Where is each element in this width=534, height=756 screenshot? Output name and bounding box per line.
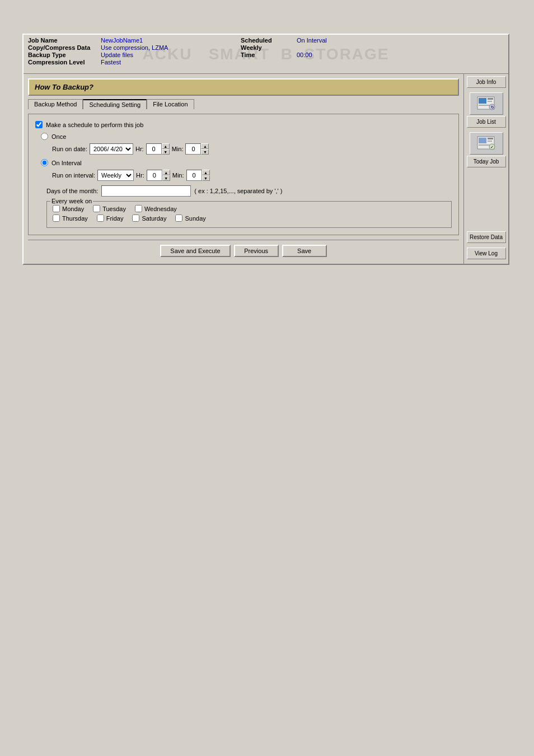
days-of-month-label: Days of the month: bbox=[46, 188, 98, 194]
main-panel: How To Backup? Backup Method Scheduling … bbox=[24, 74, 463, 264]
wednesday-item: Wednesday bbox=[135, 205, 177, 212]
min-label-interval: Min: bbox=[172, 172, 184, 179]
make-schedule-checkbox[interactable] bbox=[35, 121, 43, 128]
hr-up-once[interactable]: ▲ bbox=[162, 143, 170, 149]
svg-rect-3 bbox=[488, 101, 492, 102]
today-job-item: ✓ Today Job bbox=[467, 132, 506, 167]
monday-checkbox[interactable] bbox=[53, 205, 60, 212]
hr-input-interval[interactable] bbox=[147, 170, 162, 181]
saturday-item: Saturday bbox=[132, 214, 166, 222]
job-list-item: ↻ Job List bbox=[467, 92, 506, 128]
job-list-icon: ↻ bbox=[470, 92, 503, 115]
sunday-label: Sunday bbox=[185, 215, 205, 222]
every-week-legend: Every week on bbox=[50, 198, 93, 204]
once-radio[interactable] bbox=[41, 133, 48, 140]
hr-spinner-buttons-once: ▲ ▼ bbox=[162, 143, 170, 155]
tuesday-checkbox[interactable] bbox=[93, 205, 100, 212]
job-list-button[interactable]: Job List bbox=[467, 116, 506, 128]
monday-item: Monday bbox=[53, 205, 84, 212]
copy-compress-label: Copy/Compress Data bbox=[28, 44, 101, 51]
run-on-date-row: Run on date: 2006/ 4/20 Hr: ▲ ▼ bbox=[52, 143, 452, 155]
make-schedule-label: Make a schedule to perform this job bbox=[46, 122, 143, 128]
content-area: How To Backup? Backup Method Scheduling … bbox=[24, 74, 508, 264]
days-of-month-hint: ( ex : 1,2,15,..., separated by ',' ) bbox=[194, 188, 282, 194]
tab-file-location[interactable]: File Location bbox=[147, 99, 194, 109]
hr-label-once: Hr: bbox=[135, 146, 144, 152]
saturday-label: Saturday bbox=[142, 215, 166, 222]
save-and-execute-button[interactable]: Save and Execute bbox=[160, 245, 230, 257]
hr-spinner-once: ▲ ▼ bbox=[146, 143, 170, 155]
saturday-checkbox[interactable] bbox=[132, 214, 139, 222]
previous-button[interactable]: Previous bbox=[234, 245, 279, 257]
min-spinner-once: ▲ ▼ bbox=[185, 143, 209, 155]
job-info-item: Job Info bbox=[467, 76, 506, 88]
today-job-icon: ✓ bbox=[470, 132, 503, 155]
days-of-month-row: Days of the month: ( ex : 1,2,15,..., se… bbox=[46, 185, 452, 197]
scheduled-value: On Interval bbox=[297, 37, 504, 44]
scheduled-label: Scheduled bbox=[241, 37, 297, 44]
once-label: Once bbox=[51, 133, 66, 140]
svg-rect-2 bbox=[488, 98, 493, 100]
min-input-once[interactable] bbox=[185, 143, 201, 155]
backup-type-value: Update files bbox=[101, 52, 241, 58]
min-label-once: Min: bbox=[172, 146, 184, 152]
tab-backup-method[interactable]: Backup Method bbox=[28, 99, 83, 109]
compression-level-label: Compression Level bbox=[28, 59, 101, 66]
hr-up-interval[interactable]: ▲ bbox=[162, 170, 170, 175]
time-value: 00:00 bbox=[297, 52, 504, 58]
info-bar: ACKU SMART B STORAGE Job Name NewJobName… bbox=[24, 35, 508, 74]
run-on-date-select[interactable]: 2006/ 4/20 bbox=[90, 143, 133, 155]
min-input-interval[interactable] bbox=[186, 170, 202, 181]
once-row: Once bbox=[41, 133, 452, 140]
tab-content: Make a schedule to perform this job Once… bbox=[28, 114, 459, 235]
hr-spinner-buttons-interval: ▲ ▼ bbox=[162, 170, 170, 181]
hr-down-interval[interactable]: ▼ bbox=[162, 175, 170, 181]
save-button[interactable]: Save bbox=[282, 245, 327, 257]
friday-label: Friday bbox=[106, 215, 124, 222]
restore-data-button[interactable]: Restore Data bbox=[467, 231, 506, 243]
copy-compress-value: Use compression, LZMA bbox=[101, 44, 241, 51]
min-down-interval[interactable]: ▼ bbox=[202, 175, 210, 181]
view-log-item: View Log bbox=[467, 248, 506, 259]
min-spinner-buttons-once: ▲ ▼ bbox=[201, 143, 209, 155]
schedule-section: Make a schedule to perform this job Once… bbox=[33, 119, 454, 230]
svg-rect-9 bbox=[488, 138, 493, 139]
tab-scheduling-setting[interactable]: Scheduling Setting bbox=[83, 99, 147, 109]
hr-input-once[interactable] bbox=[146, 143, 162, 155]
svg-rect-1 bbox=[479, 98, 486, 104]
job-name-value: NewJobName1 bbox=[101, 37, 241, 44]
on-interval-radio[interactable] bbox=[41, 159, 48, 166]
restore-data-item: Restore Data bbox=[467, 231, 506, 243]
friday-checkbox[interactable] bbox=[97, 214, 104, 222]
min-spinner-interval: ▲ ▼ bbox=[186, 170, 210, 181]
hr-down-once[interactable]: ▼ bbox=[162, 149, 170, 155]
wednesday-checkbox[interactable] bbox=[135, 205, 142, 212]
tab-bar: Backup Method Scheduling Setting File Lo… bbox=[28, 99, 459, 109]
side-panel: Job Info ↻ Job List bbox=[463, 74, 508, 264]
today-job-button[interactable]: Today Job bbox=[467, 156, 506, 167]
run-on-interval-label: Run on interval: bbox=[52, 172, 95, 179]
thursday-checkbox[interactable] bbox=[53, 214, 60, 222]
how-to-backup-header: How To Backup? bbox=[28, 78, 459, 96]
friday-item: Friday bbox=[97, 214, 124, 222]
thursday-label: Thursday bbox=[62, 215, 88, 222]
run-on-interval-row: Run on interval: Daily Weekly Monthly Hr… bbox=[52, 170, 452, 181]
button-bar: Save and Execute Previous Save bbox=[28, 240, 459, 259]
tuesday-label: Tuesday bbox=[102, 206, 126, 212]
svg-text:↻: ↻ bbox=[491, 105, 494, 109]
svg-text:✓: ✓ bbox=[490, 145, 494, 149]
sunday-checkbox[interactable] bbox=[175, 214, 182, 222]
weekly-label: Weekly bbox=[241, 44, 297, 51]
wednesday-label: Wednesday bbox=[144, 206, 177, 212]
job-info-button[interactable]: Job Info bbox=[467, 76, 506, 88]
hr-label-interval: Hr: bbox=[136, 172, 144, 179]
min-up-interval[interactable]: ▲ bbox=[202, 170, 210, 175]
min-spinner-buttons-interval: ▲ ▼ bbox=[202, 170, 210, 181]
interval-select[interactable]: Daily Weekly Monthly bbox=[97, 170, 134, 181]
min-down-once[interactable]: ▼ bbox=[201, 149, 209, 155]
view-log-button[interactable]: View Log bbox=[467, 248, 506, 259]
on-interval-label: On Interval bbox=[51, 160, 82, 166]
time-label: Time bbox=[241, 52, 297, 58]
min-up-once[interactable]: ▲ bbox=[201, 143, 209, 149]
days-of-month-input[interactable] bbox=[101, 185, 191, 197]
